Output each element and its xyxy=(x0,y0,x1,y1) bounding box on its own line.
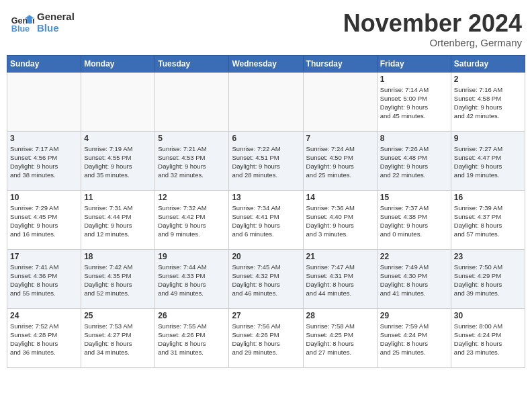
calendar-cell: 1Sunrise: 7:14 AM Sunset: 5:00 PM Daylig… xyxy=(377,72,451,131)
calendar-cell: 16Sunrise: 7:39 AM Sunset: 4:37 PM Dayli… xyxy=(451,190,525,249)
day-number: 25 xyxy=(84,311,152,320)
calendar-cell xyxy=(155,72,229,131)
calendar-cell: 20Sunrise: 7:45 AM Sunset: 4:32 PM Dayli… xyxy=(229,249,303,308)
calendar-cell: 10Sunrise: 7:29 AM Sunset: 4:45 PM Dayli… xyxy=(7,190,81,249)
day-header: Saturday xyxy=(451,55,525,72)
calendar-cell: 3Sunrise: 7:17 AM Sunset: 4:56 PM Daylig… xyxy=(7,131,81,190)
day-number: 13 xyxy=(232,193,300,202)
day-info: Sunrise: 7:47 AM Sunset: 4:31 PM Dayligh… xyxy=(306,263,374,298)
day-number: 8 xyxy=(380,134,448,143)
calendar-cell: 7Sunrise: 7:24 AM Sunset: 4:50 PM Daylig… xyxy=(303,131,377,190)
title-block: November 2024 Ortenberg, Germany xyxy=(343,10,522,48)
calendar-cell: 14Sunrise: 7:36 AM Sunset: 4:40 PM Dayli… xyxy=(303,190,377,249)
month-title: November 2024 xyxy=(343,10,522,37)
day-number: 16 xyxy=(454,193,522,202)
calendar-cell xyxy=(81,72,155,131)
calendar-cell xyxy=(229,72,303,131)
calendar-cell: 22Sunrise: 7:49 AM Sunset: 4:30 PM Dayli… xyxy=(377,249,451,308)
calendar-cell: 24Sunrise: 7:52 AM Sunset: 4:28 PM Dayli… xyxy=(7,308,81,367)
calendar-cell: 30Sunrise: 8:00 AM Sunset: 4:24 PM Dayli… xyxy=(451,308,525,367)
calendar-cell: 12Sunrise: 7:32 AM Sunset: 4:42 PM Dayli… xyxy=(155,190,229,249)
day-info: Sunrise: 7:32 AM Sunset: 4:42 PM Dayligh… xyxy=(158,203,226,239)
day-info: Sunrise: 7:34 AM Sunset: 4:41 PM Dayligh… xyxy=(232,203,300,239)
day-info: Sunrise: 7:16 AM Sunset: 4:58 PM Dayligh… xyxy=(454,85,522,121)
calendar-cell: 17Sunrise: 7:41 AM Sunset: 4:36 PM Dayli… xyxy=(7,249,81,308)
svg-text:Blue: Blue xyxy=(11,24,30,34)
calendar-cell: 26Sunrise: 7:55 AM Sunset: 4:26 PM Dayli… xyxy=(155,308,229,367)
day-info: Sunrise: 7:59 AM Sunset: 4:24 PM Dayligh… xyxy=(380,322,448,357)
day-info: Sunrise: 7:55 AM Sunset: 4:26 PM Dayligh… xyxy=(158,322,226,357)
logo: General Blue General Blue xyxy=(10,10,75,34)
day-number: 4 xyxy=(84,134,152,143)
logo-line1: General xyxy=(37,11,75,22)
day-number: 28 xyxy=(306,311,374,320)
day-info: Sunrise: 7:24 AM Sunset: 4:50 PM Dayligh… xyxy=(306,144,374,180)
calendar-cell: 6Sunrise: 7:22 AM Sunset: 4:51 PM Daylig… xyxy=(229,131,303,190)
day-info: Sunrise: 7:56 AM Sunset: 4:26 PM Dayligh… xyxy=(232,322,300,357)
day-info: Sunrise: 7:29 AM Sunset: 4:45 PM Dayligh… xyxy=(10,203,78,239)
calendar-cell xyxy=(303,72,377,131)
day-header: Wednesday xyxy=(229,55,303,72)
day-number: 19 xyxy=(158,252,226,261)
day-info: Sunrise: 7:37 AM Sunset: 4:38 PM Dayligh… xyxy=(380,203,448,239)
day-info: Sunrise: 7:50 AM Sunset: 4:29 PM Dayligh… xyxy=(454,263,522,298)
day-number: 12 xyxy=(158,193,226,202)
day-header: Thursday xyxy=(303,55,377,72)
calendar-cell: 13Sunrise: 7:34 AM Sunset: 4:41 PM Dayli… xyxy=(229,190,303,249)
day-info: Sunrise: 7:41 AM Sunset: 4:36 PM Dayligh… xyxy=(10,263,78,298)
calendar-table: SundayMondayTuesdayWednesdayThursdayFrid… xyxy=(7,55,525,368)
day-info: Sunrise: 7:44 AM Sunset: 4:33 PM Dayligh… xyxy=(158,263,226,298)
day-number: 1 xyxy=(380,75,448,84)
day-info: Sunrise: 7:17 AM Sunset: 4:56 PM Dayligh… xyxy=(10,144,78,180)
day-header: Sunday xyxy=(7,55,81,72)
calendar-cell: 29Sunrise: 7:59 AM Sunset: 4:24 PM Dayli… xyxy=(377,308,451,367)
day-info: Sunrise: 7:36 AM Sunset: 4:40 PM Dayligh… xyxy=(306,203,374,239)
day-info: Sunrise: 7:53 AM Sunset: 4:27 PM Dayligh… xyxy=(84,322,152,357)
day-info: Sunrise: 7:42 AM Sunset: 4:35 PM Dayligh… xyxy=(84,263,152,298)
day-info: Sunrise: 7:39 AM Sunset: 4:37 PM Dayligh… xyxy=(454,203,522,239)
day-number: 30 xyxy=(454,311,522,320)
calendar-cell: 5Sunrise: 7:21 AM Sunset: 4:53 PM Daylig… xyxy=(155,131,229,190)
day-info: Sunrise: 7:26 AM Sunset: 4:48 PM Dayligh… xyxy=(380,144,448,180)
day-info: Sunrise: 7:58 AM Sunset: 4:25 PM Dayligh… xyxy=(306,322,374,357)
day-number: 22 xyxy=(380,252,448,261)
day-number: 26 xyxy=(158,311,226,320)
page-header: General Blue General Blue November 2024 … xyxy=(7,7,525,48)
day-number: 15 xyxy=(380,193,448,202)
day-number: 6 xyxy=(232,134,300,143)
day-number: 24 xyxy=(10,311,78,320)
day-number: 5 xyxy=(158,134,226,143)
day-number: 27 xyxy=(232,311,300,320)
day-info: Sunrise: 7:21 AM Sunset: 4:53 PM Dayligh… xyxy=(158,144,226,180)
calendar-cell: 2Sunrise: 7:16 AM Sunset: 4:58 PM Daylig… xyxy=(451,72,525,131)
day-info: Sunrise: 7:19 AM Sunset: 4:55 PM Dayligh… xyxy=(84,144,152,180)
day-info: Sunrise: 8:00 AM Sunset: 4:24 PM Dayligh… xyxy=(454,322,522,357)
day-info: Sunrise: 7:49 AM Sunset: 4:30 PM Dayligh… xyxy=(380,263,448,298)
logo-line2: Blue xyxy=(37,22,75,34)
logo-icon: General Blue xyxy=(10,10,34,34)
day-header: Tuesday xyxy=(155,55,229,72)
calendar-cell xyxy=(7,72,81,131)
day-number: 18 xyxy=(84,252,152,261)
calendar-cell: 4Sunrise: 7:19 AM Sunset: 4:55 PM Daylig… xyxy=(81,131,155,190)
calendar-cell: 28Sunrise: 7:58 AM Sunset: 4:25 PM Dayli… xyxy=(303,308,377,367)
day-number: 17 xyxy=(10,252,78,261)
calendar-cell: 23Sunrise: 7:50 AM Sunset: 4:29 PM Dayli… xyxy=(451,249,525,308)
day-info: Sunrise: 7:14 AM Sunset: 5:00 PM Dayligh… xyxy=(380,85,448,121)
day-header: Monday xyxy=(81,55,155,72)
calendar-cell: 21Sunrise: 7:47 AM Sunset: 4:31 PM Dayli… xyxy=(303,249,377,308)
day-info: Sunrise: 7:22 AM Sunset: 4:51 PM Dayligh… xyxy=(232,144,300,180)
day-number: 3 xyxy=(10,134,78,143)
day-number: 29 xyxy=(380,311,448,320)
calendar-cell: 25Sunrise: 7:53 AM Sunset: 4:27 PM Dayli… xyxy=(81,308,155,367)
location: Ortenberg, Germany xyxy=(343,37,522,48)
calendar-cell: 8Sunrise: 7:26 AM Sunset: 4:48 PM Daylig… xyxy=(377,131,451,190)
day-number: 2 xyxy=(454,75,522,84)
day-number: 14 xyxy=(306,193,374,202)
day-number: 7 xyxy=(306,134,374,143)
day-info: Sunrise: 7:45 AM Sunset: 4:32 PM Dayligh… xyxy=(232,263,300,298)
day-info: Sunrise: 7:52 AM Sunset: 4:28 PM Dayligh… xyxy=(10,322,78,357)
calendar-cell: 18Sunrise: 7:42 AM Sunset: 4:35 PM Dayli… xyxy=(81,249,155,308)
day-header: Friday xyxy=(377,55,451,72)
day-info: Sunrise: 7:31 AM Sunset: 4:44 PM Dayligh… xyxy=(84,203,152,239)
